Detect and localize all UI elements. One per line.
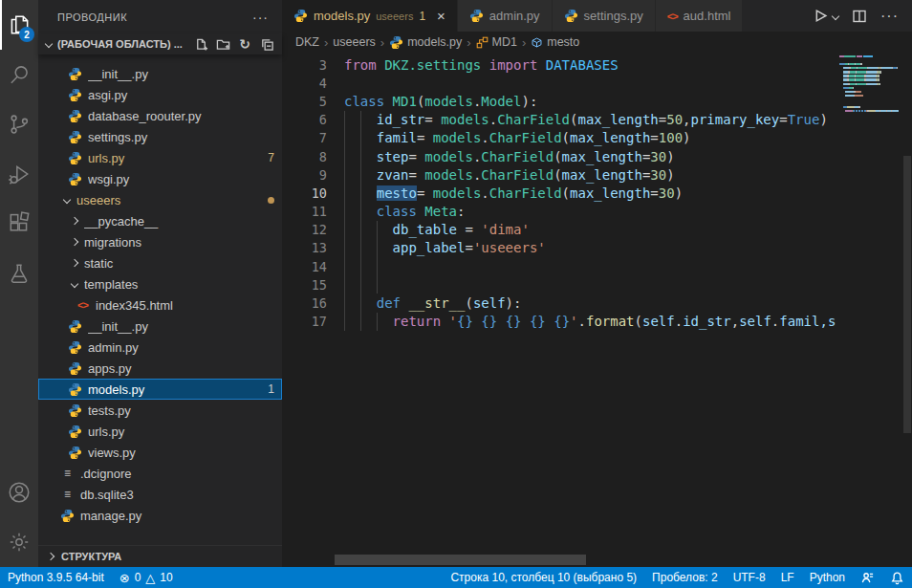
activity-manage[interactable] <box>0 517 38 567</box>
line-number: 15 <box>282 277 327 293</box>
tree-item-settings-py[interactable]: settings.py <box>38 126 282 147</box>
tree-item-asgi-py[interactable]: asgi.py <box>38 84 282 105</box>
tree-item-wsgi-py[interactable]: wsgi.py <box>38 168 282 189</box>
tree-item-index345-html[interactable]: <>index345.html <box>38 294 282 316</box>
tree-item--init-py[interactable]: __init__.py <box>38 316 282 337</box>
python-icon <box>68 425 82 439</box>
tree-item-index2-html[interactable]: <>index2.html <box>38 54 282 63</box>
vertical-scrollbar[interactable] <box>902 53 912 567</box>
tree-item-manage-py[interactable]: manage.py <box>38 505 282 526</box>
activity-run-and-debug[interactable] <box>0 149 38 199</box>
tree-item--init-py[interactable]: __init__.py <box>38 63 282 84</box>
tree-item-label: database_roouter.py <box>88 109 274 123</box>
code-editor[interactable]: 3from DKZ.settings import DATABASES45cla… <box>282 53 912 567</box>
chevron-down-icon <box>71 280 78 288</box>
tree-item-database-roouter-py[interactable]: database_roouter.py <box>38 105 282 126</box>
minimap-line <box>839 106 902 108</box>
tree-item-models-py[interactable]: models.py1 <box>38 379 282 400</box>
activity-explorer[interactable]: 2 <box>0 0 38 50</box>
tree-item-label: tests.py <box>88 403 274 418</box>
tree-item-templates[interactable]: templates <box>38 273 282 294</box>
run-button[interactable] <box>812 8 838 24</box>
breadcrumb-item-mesto[interactable]: mesto <box>531 35 579 49</box>
tree-item-admin-py[interactable]: admin.py <box>38 337 282 358</box>
indent-guide <box>360 184 361 202</box>
code-line-3: 3from DKZ.settings import DATABASES <box>282 55 839 74</box>
more-actions-button[interactable]: ··· <box>880 8 899 25</box>
activity-extensions[interactable] <box>0 199 38 249</box>
status-encoding[interactable]: UTF-8 <box>726 567 773 588</box>
status-problems[interactable]: ⊗0△10 <box>112 567 181 588</box>
tab-aud-html[interactable]: <>aud.html <box>656 0 744 32</box>
breadcrumb-label: DKZ <box>295 35 319 49</box>
line-content: app_label='useeers' <box>344 239 546 257</box>
modified-dot <box>268 197 274 204</box>
file-icon: ≡ <box>64 488 71 501</box>
refresh-button[interactable]: ↻ <box>237 36 252 52</box>
status-bar-right: Строка 10, столбец 10 (выбрано 5)Пробело… <box>443 567 912 588</box>
line-number: 16 <box>282 295 327 311</box>
python-icon <box>564 9 578 23</box>
tree-item-urls-py[interactable]: urls.py7 <box>38 147 282 168</box>
new-file-button[interactable] <box>193 36 208 52</box>
status-python-interpreter[interactable]: Python 3.9.5 64-bit <box>0 567 112 588</box>
indent-guide <box>344 111 345 129</box>
tree-item--dcignore[interactable]: ≡.dcignore <box>38 463 282 484</box>
indent-guide <box>377 239 378 257</box>
status-indentation[interactable]: Пробелов: 2 <box>644 567 726 588</box>
tab-dir-hint: useeers <box>376 11 413 22</box>
split-editor-icon <box>852 9 867 24</box>
status-cursor-position[interactable]: Строка 10, столбец 10 (выбрано 5) <box>443 567 644 588</box>
activity-testing[interactable] <box>0 249 38 298</box>
breadcrumb-item-models-py[interactable]: models.py <box>389 35 462 50</box>
status-language-mode[interactable]: Python <box>802 567 853 588</box>
tree-item-migrations[interactable]: migrations <box>38 231 282 252</box>
activity-search[interactable] <box>0 50 38 99</box>
horizontal-scrollbar-thumb[interactable] <box>335 555 586 565</box>
python-icon <box>68 403 82 418</box>
new-folder-button[interactable] <box>215 36 230 52</box>
collapse-all-button[interactable] <box>259 36 274 52</box>
tree-item-label: templates <box>84 277 274 292</box>
tab-admin-py[interactable]: admin.py <box>458 0 553 32</box>
minimap[interactable] <box>839 55 902 114</box>
more-actions-icon[interactable]: ··· <box>252 10 269 25</box>
status-feedback[interactable] <box>853 567 882 588</box>
tree-item--pycache-[interactable]: __pycache__ <box>38 210 282 231</box>
status-notifications[interactable] <box>882 567 912 588</box>
indent-guide <box>360 239 361 257</box>
vertical-scrollbar-thumb[interactable] <box>903 156 911 433</box>
outline-section-header[interactable]: СТРУКТУРА <box>38 545 282 567</box>
tree-item-label: asgi.py <box>88 88 274 102</box>
tab-settings-py[interactable]: settings.py <box>553 0 656 32</box>
breadcrumb-item-md1[interactable]: MD1 <box>476 35 517 49</box>
activity-accounts[interactable] <box>0 468 38 517</box>
close-icon[interactable]: × <box>437 8 445 24</box>
python-icon <box>68 382 82 397</box>
activity-source-control[interactable] <box>0 99 38 149</box>
tree-item-views-py[interactable]: views.py <box>38 442 282 463</box>
tree-item-tests-py[interactable]: tests.py <box>38 400 282 421</box>
line-number: 3 <box>282 57 327 73</box>
tree-item-db-sqlite3[interactable]: ≡db.sqlite3 <box>38 484 282 505</box>
tree-item-apps-py[interactable]: apps.py <box>38 358 282 379</box>
tree-item-useeers[interactable]: useeers <box>38 189 282 210</box>
problems-badge: 1 <box>262 382 274 396</box>
line-number: 13 <box>282 240 327 255</box>
error-count: 0 <box>135 571 141 584</box>
tree-item-label: views.py <box>88 446 274 460</box>
status-end-of-line[interactable]: LF <box>773 567 802 588</box>
code-line-9: 9 zvan= models.CharField(max_length=30) <box>282 165 839 184</box>
tree-item-urls-py[interactable]: urls.py <box>38 421 282 442</box>
split-editor-button[interactable] <box>852 9 867 24</box>
tab-models-py[interactable]: models.pyuseeers1× <box>282 0 458 32</box>
breadcrumb-item-useeers[interactable]: useeers <box>333 35 375 49</box>
tree-item-static[interactable]: static <box>38 252 282 273</box>
code-line-11: 11 class Meta: <box>282 203 839 221</box>
chevron-down-icon <box>832 11 839 19</box>
breadcrumb-item-dkz[interactable]: DKZ <box>295 35 319 49</box>
minimap-line <box>839 55 902 57</box>
workspace-section-header[interactable]: (РАБОЧАЯ ОБЛАСТЬ) ... ↻ <box>38 33 282 54</box>
code-line-15: 15 <box>282 275 839 294</box>
python-icon <box>68 361 82 376</box>
